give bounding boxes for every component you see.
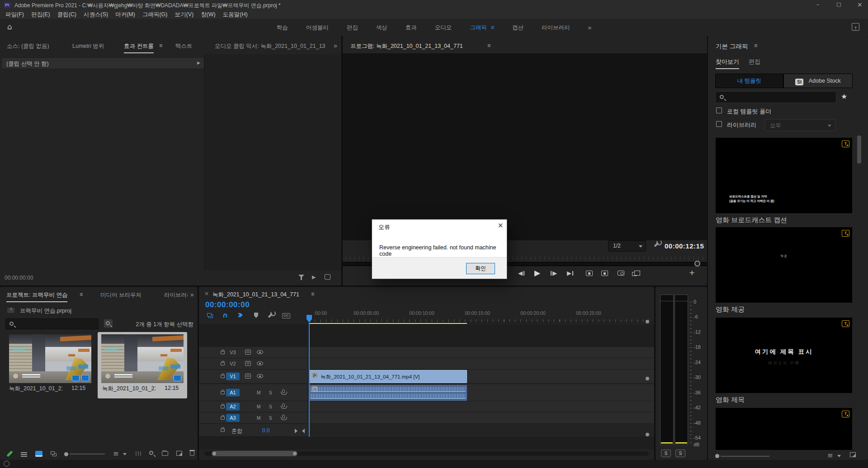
project-item[interactable]: 녹화_2021_10_01_21... 12:15 [7,332,95,398]
find-icon[interactable] [149,451,153,455]
snap-magnet-icon[interactable]: ∩ [222,311,228,319]
scrubber-playhead-knob[interactable] [694,261,700,267]
track-lane-v2[interactable] [309,358,654,370]
close-tab-icon[interactable]: × [204,290,209,297]
lock-icon[interactable] [221,429,225,432]
timeline-timecode[interactable]: 00:00:00:00 [205,300,250,309]
hscroll-thumb[interactable] [212,451,297,456]
tab-browse[interactable]: 찾아보기 [716,58,739,69]
tab-text[interactable]: 텍스트 [175,42,193,50]
libraries-checkbox[interactable] [716,121,722,127]
panel-menu-icon[interactable]: ≡ [80,291,83,298]
template-card-title[interactable]: T 여기에 제목 표시 에피소드 이름 [716,318,852,393]
keyframe-toggle-icon[interactable] [295,429,300,433]
hscroll-right-knob[interactable] [293,452,297,455]
project-item-selected[interactable]: 녹화_2021_10_01_21... 12:15 [98,332,187,398]
track-header-a2[interactable]: A2 M S [199,401,307,412]
menu-clip[interactable]: 클립(C) [57,11,76,19]
sort-chevron-icon[interactable] [123,453,127,457]
solo-button[interactable]: S [269,416,272,421]
menu-window[interactable]: 창(W) [201,11,216,19]
zoom-slider-track[interactable] [70,454,105,454]
time-ruler[interactable]: :00:00 00:00:05:00 00:00:10:00 00:00:15:… [309,306,654,323]
local-templates-checkbox[interactable] [716,108,722,113]
clip-name[interactable]: 녹화_2021_10_01_21... [9,385,62,393]
sort-chevron-icon[interactable] [837,455,841,459]
adobe-stock-button[interactable]: St Adobe Stock [783,74,853,88]
new-bin-icon[interactable] [162,451,168,456]
timeline-settings-icon[interactable] [268,313,273,318]
workspace-menu-icon[interactable]: ≡ [491,24,494,31]
voiceover-record-icon[interactable] [282,415,285,418]
template-label[interactable]: 영화 브로드캐스트 캡션 [716,216,787,225]
play-button[interactable]: ▶ [534,268,540,277]
panel-menu-icon[interactable]: ≡ [754,42,757,49]
template-label[interactable]: 영화 제목 [716,396,745,404]
step-back-button[interactable]: ◀ [518,270,524,276]
lock-icon[interactable] [221,417,225,420]
export-frame-icon[interactable] [325,274,330,280]
panel-overflow-icon[interactable]: » [334,42,337,49]
tab-media-browser[interactable]: 미디어 브라우저 [100,291,142,299]
toggle-track-output-icon[interactable] [257,361,263,365]
track-header-v3[interactable]: V3 [199,347,307,358]
workspace-tab-audio[interactable]: 오디오 [435,24,452,32]
panel-scrollbar-thumb[interactable] [857,136,861,164]
program-video-area[interactable] [343,53,707,240]
track-header-a3[interactable]: A3 M S [199,412,307,424]
creative-cloud-icon[interactable] [4,461,9,467]
track-lane-a2[interactable] [309,401,654,412]
new-item-icon[interactable] [850,452,856,457]
clip-header-row[interactable]: (클립 선택 안 함) ▶ [1,57,204,69]
menu-file[interactable]: 파일(F) [5,11,24,19]
lock-icon[interactable] [221,362,225,365]
track-label-a1[interactable]: A1 [226,389,240,397]
tab-project[interactable]: 프로젝트: 프랙무비 연습 [6,291,67,302]
track-label-v3[interactable]: V3 [226,349,240,356]
source-patch-icon[interactable] [245,361,251,366]
mute-button[interactable]: M [257,390,260,395]
workspace-tab-effects[interactable]: 효과 [406,24,417,32]
captions-icon[interactable]: CC [282,313,290,318]
favorites-star-icon[interactable]: ★ [841,92,847,101]
tab-effect-controls[interactable]: 효과 컨트롤 [124,42,154,53]
freeform-view-icon[interactable] [51,451,55,454]
project-writable-icon[interactable] [6,450,13,457]
sort-icon[interactable]: ≡ [113,449,119,458]
project-breadcrumb[interactable]: 프랙무비 연습.prproj [20,307,71,315]
hscroll-left-knob[interactable] [212,452,216,455]
add-marker-icon[interactable] [254,313,258,318]
button-editor-button[interactable]: + [689,268,695,277]
maximize-button[interactable]: □ [836,1,841,7]
ok-button[interactable]: 확인 [466,263,495,274]
lock-icon[interactable] [221,351,225,354]
thumbnail-size-track[interactable] [721,456,769,457]
template-search-input[interactable] [715,91,836,103]
workspace-tab-learning[interactable]: 학습 [277,24,288,32]
panel-menu-icon[interactable]: ≡ [487,42,491,49]
vscroll-top-knob[interactable] [646,320,649,323]
workspace-tab-assembly[interactable]: 어셈블리 [306,24,329,32]
track-header-v1[interactable]: V1 [199,370,307,384]
menu-edit[interactable]: 편집(E) [31,11,50,19]
mute-button[interactable]: M [257,404,260,409]
vscroll-bottom-knob[interactable] [646,433,649,436]
workspace-tab-captions[interactable]: 캡션 [512,24,524,32]
thumbnail-size-knob[interactable] [715,454,719,458]
sequence-tab[interactable]: 녹화_2021_10_01_21_13_04_771 [212,291,299,299]
nest-toggle-icon[interactable] [207,313,212,317]
clip-thumbnail[interactable] [9,334,91,383]
close-button[interactable]: × [857,1,863,8]
tab-edit[interactable]: 편집 [749,58,760,66]
step-forward-button[interactable]: ▶ [551,270,557,276]
list-view-icon[interactable] [21,452,27,453]
lift-button[interactable] [586,271,593,276]
track-label-v1[interactable]: V1 [226,373,240,380]
settings-wrench-icon[interactable] [654,242,659,247]
tab-audio-clip-mixer[interactable]: 오디오 클립 믹서: 녹화_2021_10_01_21_13 [215,42,326,50]
toggle-track-output-icon[interactable] [257,374,263,378]
library-filter-select[interactable]: 모두 [765,119,835,131]
workspace-tab-color[interactable]: 색상 [376,24,387,32]
audio-clip[interactable]: fx [309,385,467,401]
track-label-v2[interactable]: V2 [226,360,240,368]
